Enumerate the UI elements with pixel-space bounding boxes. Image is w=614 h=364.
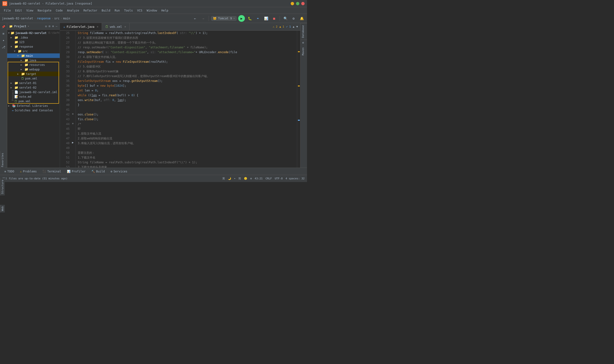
menu-tools[interactable]: Tools: [122, 8, 135, 13]
tree-hide-btn[interactable]: —: [55, 24, 58, 28]
fold-marker-40[interactable]: ◆: [72, 122, 74, 125]
tree-item-java[interactable]: ▶ 📁 java: [7, 58, 60, 63]
menu-navigate[interactable]: Navigate: [36, 8, 54, 13]
collapse-all-btn[interactable]: ⊟: [48, 24, 51, 28]
breadcrumb-sep3: ›: [60, 17, 62, 20]
tree-item-target[interactable]: ▶ 📁 target: [7, 72, 60, 76]
bookmarks-btn[interactable]: ★: [1, 37, 6, 43]
locate-file-btn[interactable]: ◎: [45, 24, 47, 28]
problems-icon: ⚠: [20, 170, 22, 173]
nav-up-btn[interactable]: ▲: [293, 25, 294, 28]
git-btn[interactable]: ⎇: [1, 44, 6, 50]
favorites-tab[interactable]: Favorites: [0, 151, 5, 169]
run-config-selector[interactable]: 🐱 Tomcat 9 ▾: [211, 16, 237, 21]
status-lang[interactable]: 英: [222, 177, 225, 180]
tree-item-123[interactable]: ▶ 📁 123: [7, 40, 60, 44]
settings-button[interactable]: ⚙: [290, 15, 297, 22]
tree-item-servlet01[interactable]: ▶ 📁 servlet-01: [7, 81, 60, 85]
tree-item-root[interactable]: ▼ 📁 javaweb-02-servlet E:\Software\IDEA\…: [7, 31, 60, 35]
minimize-button[interactable]: −: [291, 2, 294, 5]
status-crlf[interactable]: CRLF: [265, 177, 272, 180]
tab-problems[interactable]: ⚠ Problems: [17, 169, 39, 174]
tab-webxml[interactable]: 🗒 web.xml ✕: [102, 23, 129, 30]
menu-window[interactable]: Window: [145, 8, 159, 13]
tree-item-response[interactable]: ▼ 📁 response: [7, 44, 60, 49]
sidebar-m-tab[interactable]: m: [301, 40, 307, 46]
menu-help[interactable]: Help: [159, 8, 170, 13]
ln-45: 45: [61, 126, 70, 131]
tree-item-scratches[interactable]: ▶ ✏ Scratches and Consoles: [7, 108, 60, 113]
file-tree-content[interactable]: ▼ 📁 javaweb-02-servlet E:\Software\IDEA\…: [7, 30, 60, 168]
file-tree-dropdown[interactable]: ▾: [28, 25, 29, 27]
tree-item-notemd[interactable]: ▶ 📝 note.md: [7, 94, 60, 99]
menu-run[interactable]: Run: [113, 8, 122, 13]
search-everywhere-button[interactable]: 🔍: [282, 15, 289, 22]
status-emoji[interactable]: 🙂: [244, 177, 247, 180]
status-encoding[interactable]: UTF-8: [275, 177, 282, 180]
tree-item-extlibs[interactable]: ▶ 📚 External Libraries: [7, 104, 60, 108]
status-position[interactable]: 43:21: [255, 177, 263, 180]
tab-webxml-close[interactable]: ✕: [125, 25, 126, 28]
debug-button[interactable]: 🐛: [246, 15, 253, 22]
menu-vcs[interactable]: VCS: [135, 8, 144, 13]
breadcrumb-project[interactable]: javaweb-02-servlet: [2, 17, 33, 20]
tree-item-pom-response[interactable]: ▶ 🗒 pom.xml: [7, 76, 60, 81]
close-button[interactable]: ✕: [301, 2, 305, 5]
tree-item-iml[interactable]: ▶ 📄 javaweb-02-servlet.iml: [7, 90, 60, 94]
code-line-39: oos.write(buf, off: 0, len);: [78, 98, 295, 103]
tree-item-src[interactable]: ▼ 📁 src: [7, 49, 60, 53]
status-moon[interactable]: 🌙: [228, 177, 231, 180]
menu-build[interactable]: Build: [100, 8, 112, 13]
status-simplified[interactable]: 简: [238, 177, 241, 180]
tree-item-servlet02[interactable]: ▶ 📁 servlet-02: [7, 85, 60, 90]
fold-marker-44[interactable]: ▶: [72, 141, 74, 144]
menu-refactor[interactable]: Refactor: [82, 8, 99, 13]
menu-view[interactable]: View: [25, 8, 35, 13]
menu-analyze[interactable]: Analyze: [65, 8, 81, 13]
stop-button[interactable]: ■: [271, 15, 278, 22]
code-line-52: String fileName = realPath.substring(rea…: [78, 160, 295, 165]
nav-down-btn[interactable]: ▼: [296, 25, 298, 28]
tree-settings-btn[interactable]: ⚙: [52, 24, 55, 28]
file-tree-title: 📁 Project ▾: [9, 25, 29, 28]
tree-item-resources[interactable]: ▶ 📁 resources: [7, 63, 60, 67]
notifications-button[interactable]: 🔔: [298, 15, 305, 22]
menu-file[interactable]: File: [2, 8, 13, 13]
maximize-button[interactable]: □: [296, 2, 299, 5]
run-button[interactable]: ▶: [238, 15, 245, 22]
tab-build[interactable]: 🔨 Build: [89, 169, 107, 174]
breadcrumb-main[interactable]: main: [63, 17, 70, 20]
code-line-45: 即: [78, 126, 295, 131]
tree-item-main[interactable]: ▼ 📁 main: [7, 53, 60, 58]
tab-services[interactable]: ⚙ Services: [108, 169, 130, 174]
status-settings[interactable]: ⚙: [250, 177, 252, 180]
tab-profiler[interactable]: 📊 Profiler: [65, 169, 88, 174]
tab-fileservlet[interactable]: ☕ FileServlet.java ✕: [60, 23, 102, 30]
structure-view-btn[interactable]: ≡: [1, 31, 6, 36]
tree-item-webapp[interactable]: ▶ 📁 webapp: [7, 67, 60, 72]
back-button[interactable]: ←: [192, 15, 198, 22]
coverage-button[interactable]: ☂: [254, 15, 261, 22]
tree-item-root-pom[interactable]: ▶ 🗒 pom.xml: [7, 99, 60, 104]
tab-terminal[interactable]: ⬛ Terminal: [40, 169, 64, 174]
ln-50: 50: [61, 150, 70, 155]
structure-tab[interactable]: Structure: [0, 178, 5, 182]
forward-button[interactable]: →: [200, 15, 207, 22]
simplified-label: 简: [238, 177, 241, 180]
profile-button[interactable]: 📊: [263, 15, 269, 22]
breadcrumb-response[interactable]: response: [37, 17, 51, 20]
ln-53: 53: [61, 165, 70, 168]
app-logo: IJ: [2, 1, 7, 6]
breadcrumb-src[interactable]: src: [54, 17, 59, 20]
tab-fileservlet-close[interactable]: ✕: [97, 25, 98, 28]
menu-code[interactable]: Code: [54, 8, 65, 13]
fold-marker-38[interactable]: ◆: [72, 112, 74, 116]
code-editor[interactable]: 25 26 27 28 29 30 31 32 33 34 35 36 37 3…: [60, 31, 300, 168]
sidebar-database-tab[interactable]: Database: [301, 23, 307, 40]
code-content[interactable]: String fileName = realPath.substring(rea…: [76, 31, 297, 168]
status-indent[interactable]: 4 spaces: 32: [286, 177, 305, 180]
menu-edit[interactable]: Edit: [13, 8, 24, 13]
tree-item-idea[interactable]: ▶ 📁 .idea: [7, 35, 60, 40]
sidebar-maven-tab[interactable]: Maven: [301, 46, 307, 57]
project-view-pin[interactable]: 📌: [1, 24, 6, 30]
